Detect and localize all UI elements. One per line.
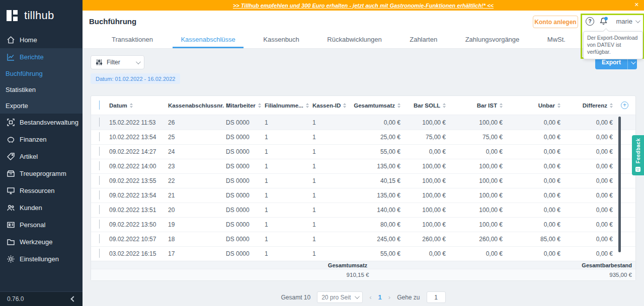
column-header-kassenabschlussnr[interactable]: Kassenabschlussnr. [168, 103, 226, 109]
per-page-select[interactable]: 20 pro Seit [317, 291, 363, 303]
filter-sliders-icon [96, 59, 103, 66]
sidebar-item-treueprogramm[interactable]: Treueprogramm [0, 165, 83, 182]
user-menu[interactable]: marie [616, 18, 639, 25]
cell-datum: 09.02.2022 10:57 [109, 236, 168, 243]
top-header: Buchführung Konto anlegen ? marie [83, 11, 644, 32]
sort-icon[interactable] [306, 103, 309, 108]
sort-icon[interactable] [500, 103, 503, 108]
expand-row-icon[interactable] [99, 220, 100, 229]
tab-mwst[interactable]: MwSt. [539, 32, 574, 48]
sort-icon[interactable] [130, 103, 133, 108]
expand-row-icon[interactable] [99, 190, 100, 199]
sidebar-item-kunden[interactable]: Kunden [0, 199, 83, 216]
table-row[interactable]: 09.02.2022 13:5019DS 00001180,00 €100,00… [91, 217, 635, 232]
sidebar-item-bestandsverwaltung[interactable]: Bestandsverwaltung [0, 114, 83, 131]
sidebar-item-buchfuhrung[interactable]: Buchführung [0, 65, 83, 81]
sidebar-item-werkzeuge[interactable]: Werkzeuge [0, 233, 83, 250]
cell-differenz: 0,00 € [565, 236, 617, 243]
expand-row-icon[interactable] [99, 249, 100, 258]
tab-zahlarten[interactable]: Zahlarten [401, 32, 445, 48]
sort-icon[interactable] [343, 103, 346, 108]
add-column-icon[interactable]: + [621, 101, 628, 109]
gear-icon [7, 255, 15, 263]
table-header-row: DatumKassenabschlussnr.MitarbeiterFilial… [91, 96, 635, 115]
expand-row-icon[interactable] [99, 118, 100, 127]
sidebar-item-exporte[interactable]: Exporte [0, 97, 83, 114]
cell-gesamtumsatz: 25,00 € [352, 134, 405, 141]
feedback-tab[interactable]: Feedback [632, 135, 644, 175]
sidebar-item-personal[interactable]: Personal [0, 216, 83, 233]
table-row[interactable]: 09.02.2022 13:5120DS 000011140,00 €100,0… [91, 202, 635, 217]
column-header-differenz[interactable]: Differenz [565, 103, 617, 109]
sidebar-item-statistiken[interactable]: Statistiken [0, 81, 83, 97]
sidebar-item-berichte[interactable]: Berichte [0, 48, 83, 65]
sidebar-item-label: Treueprogramm [20, 170, 66, 177]
expand-row-icon[interactable] [99, 176, 100, 185]
column-header-kassen-id[interactable]: Kassen-ID [312, 103, 352, 109]
column-header-bar-ist[interactable]: Bar IST [450, 103, 507, 109]
column-header-bar-soll[interactable]: Bar SOLL [405, 103, 450, 109]
help-icon[interactable]: ? [586, 17, 594, 26]
konto-anlegen-button[interactable]: Konto anlegen [533, 16, 578, 28]
home-icon [7, 36, 15, 44]
prev-page-button[interactable]: ‹ [369, 293, 371, 301]
table-row[interactable]: 09.02.2022 13:5522DS 00001140,15 €100,00… [91, 173, 635, 188]
cell-differenz: 0,00 € [565, 177, 617, 184]
table-scrollbar[interactable] [618, 117, 621, 252]
tab-ruckabwicklungen[interactable]: Rückabwicklungen [319, 32, 389, 48]
cell-mitarbeiter: DS 0000 [226, 207, 265, 214]
sidebar-item-home[interactable]: Home [0, 31, 83, 48]
table-row[interactable]: 03.02.2022 16:1517DS 00001155,00 €0,00 €… [91, 246, 635, 261]
table-row[interactable]: 15.02.2022 11:5326DS 0000110,00 €100,00 … [91, 115, 635, 130]
sort-icon[interactable] [397, 103, 400, 108]
column-header-gesamtumsatz[interactable]: Gesamtumsatz [352, 103, 405, 109]
notifications-bell-icon[interactable] [599, 17, 608, 26]
sidebar-item-artikel[interactable]: Artikel [0, 148, 83, 165]
expand-row-icon[interactable] [99, 147, 100, 156]
expand-row-icon[interactable] [99, 234, 100, 243]
next-page-button[interactable]: › [388, 293, 390, 301]
sort-icon[interactable] [443, 103, 446, 108]
column-header-datum[interactable]: Datum [109, 103, 168, 109]
filter-button[interactable]: Filter [91, 55, 144, 69]
tab-zahlungsvorgange[interactable]: Zahlungsvorgänge [457, 32, 528, 48]
tab-kassenbuch[interactable]: Kassenbuch [255, 32, 307, 48]
table-row[interactable]: 10.02.2022 13:5425DS 00001125,00 €75,00 … [91, 130, 635, 144]
column-header-filialnumme[interactable]: Filialnumme... [265, 103, 312, 109]
promo-banner-text[interactable]: >> Tillhub empfehlen und 300 Euro erhalt… [233, 3, 494, 9]
cell-mitarbeiter: DS 0000 [226, 134, 265, 141]
date-filter-chip[interactable]: Datum: 01.02.2022 - 16.02.2022 [91, 73, 180, 84]
sort-icon[interactable] [258, 103, 261, 108]
sidebar-item-einstellungen[interactable]: Einstellungen [0, 250, 83, 267]
cell-mitarbeiter: DS 0000 [226, 148, 265, 155]
expand-row-icon[interactable] [99, 205, 100, 214]
sidebar-item-ressourcen[interactable]: Ressourcen [0, 182, 83, 199]
sort-icon[interactable] [610, 103, 613, 108]
goto-page-input[interactable] [427, 291, 446, 303]
sort-icon[interactable] [557, 103, 560, 108]
close-banner-icon[interactable]: ✕ [634, 2, 639, 8]
table-row[interactable]: 09.02.2022 13:5421DS 000011135,00 €100,0… [91, 188, 635, 202]
table-row[interactable]: 09.02.2022 14:2724DS 00001155,00 €0,00 €… [91, 144, 635, 159]
cell-differenz: 0,00 € [565, 163, 617, 170]
cell-kassenabschlussnr: 18 [168, 236, 226, 243]
expand-row-icon[interactable] [99, 132, 100, 141]
collapse-sidebar-icon[interactable] [70, 296, 76, 301]
page-title: Buchführung [89, 17, 136, 26]
chart-icon [7, 53, 15, 61]
cell-unbar: 0,00 € [507, 134, 565, 141]
column-header-mitarbeiter[interactable]: Mitarbeiter [226, 103, 265, 109]
table-row[interactable]: 09.02.2022 10:5718DS 000011245,00 €260,0… [91, 232, 635, 246]
tab-kassenabschlusse[interactable]: Kassenabschlüsse [173, 32, 243, 48]
column-header-unbar[interactable]: Unbar [507, 103, 565, 109]
folder-icon [7, 238, 15, 246]
promo-banner[interactable]: >> Tillhub empfehlen und 300 Euro erhalt… [83, 0, 644, 11]
app-logo[interactable]: tillhub [0, 0, 83, 31]
inventory-icon [7, 118, 15, 127]
table-row[interactable]: 09.02.2022 14:0023DS 000011135,00 €100,0… [91, 159, 635, 173]
current-page-button[interactable]: 1 [378, 293, 382, 301]
sidebar-item-finanzen[interactable]: Finanzen [0, 131, 83, 148]
expand-row-icon[interactable] [99, 161, 100, 170]
expand-all-icon[interactable] [99, 100, 100, 110]
tab-transaktionen[interactable]: Transaktionen [104, 32, 161, 48]
